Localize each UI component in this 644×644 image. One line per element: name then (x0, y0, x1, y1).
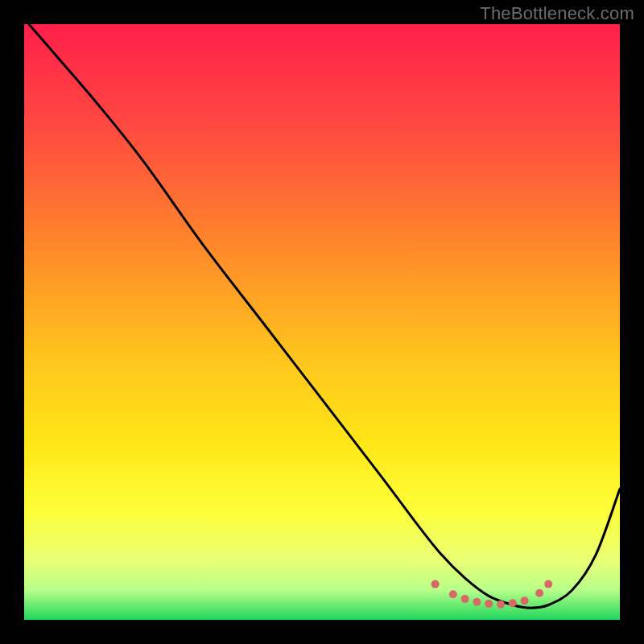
gradient-background (24, 24, 620, 620)
watermark-text: TheBottleneck.com (480, 3, 634, 24)
flat-marker-dot (544, 580, 552, 588)
flat-marker-dot (535, 589, 543, 597)
flat-marker-dot (461, 595, 469, 603)
chart-frame (24, 24, 620, 620)
flat-marker-dot (521, 597, 529, 605)
flat-marker-dot (449, 590, 457, 598)
flat-marker-dot (485, 600, 493, 608)
flat-marker-dot (497, 601, 505, 609)
flat-marker-dot (509, 599, 517, 607)
chart-svg (24, 24, 620, 620)
flat-marker-dot (431, 580, 440, 588)
flat-marker-dot (473, 598, 481, 606)
